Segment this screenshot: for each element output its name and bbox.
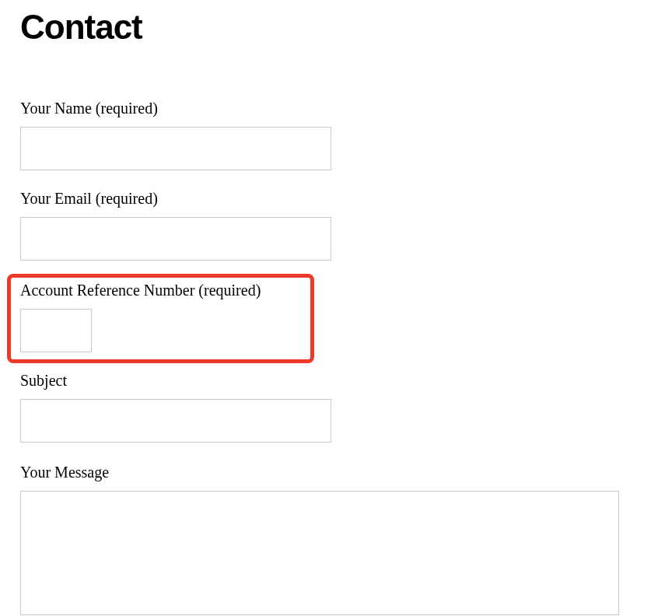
field-group-email: Your Email (required): [20, 190, 331, 261]
field-group-account: Account Reference Number (required): [20, 282, 261, 352]
name-input[interactable]: [20, 127, 331, 170]
message-label: Your Message: [20, 464, 619, 481]
page-title: Contact: [20, 8, 142, 47]
email-input[interactable]: [20, 217, 331, 261]
field-group-message: Your Message: [20, 464, 619, 616]
field-group-name: Your Name (required): [20, 100, 331, 170]
account-input[interactable]: [20, 309, 92, 352]
field-group-subject: Subject: [20, 372, 331, 443]
subject-label: Subject: [20, 372, 331, 390]
message-textarea[interactable]: [20, 491, 619, 615]
account-label: Account Reference Number (required): [20, 282, 261, 299]
name-label: Your Name (required): [20, 100, 331, 117]
email-label: Your Email (required): [20, 190, 331, 208]
subject-input[interactable]: [20, 399, 331, 443]
